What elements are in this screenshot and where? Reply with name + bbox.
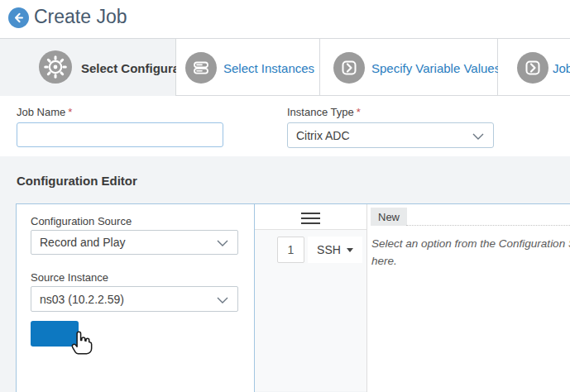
tab-specify-variable-values[interactable]: Specify Variable Values <box>320 39 498 96</box>
command-row-number: 1 <box>277 237 304 263</box>
section-title: Configuration Editor <box>17 174 137 188</box>
play-next-icon <box>517 52 548 84</box>
wizard-tab-bar: Select Configuration Select Instances Sp… <box>0 38 570 95</box>
drag-handle-icon[interactable] <box>301 213 320 227</box>
instances-stack-icon <box>185 52 217 84</box>
required-asterisk: * <box>357 106 361 118</box>
chevron-down-icon <box>217 235 228 250</box>
job-name-label: Job Name* <box>17 106 72 118</box>
commands-panel: 1 SSH <box>255 204 366 391</box>
chevron-down-icon <box>472 128 484 143</box>
required-asterisk: * <box>68 106 72 118</box>
tab-select-instances[interactable]: Select Instances <box>176 39 320 96</box>
configuration-source-label: Configuration Source <box>31 215 132 227</box>
arrow-left-circle-icon <box>8 17 29 31</box>
commands-toolbar <box>255 204 366 230</box>
job-name-input[interactable] <box>17 122 223 147</box>
gear-icon <box>39 50 72 84</box>
back-button[interactable] <box>8 7 29 28</box>
configuration-source-select[interactable]: Record and Play <box>31 230 238 255</box>
protocol-select[interactable]: SSH <box>308 237 362 263</box>
tab-job-preview[interactable]: Job Preview <box>498 39 570 96</box>
selected-value: ns03 (10.2.2.59) <box>40 293 124 306</box>
instance-type-label: Instance Type* <box>287 106 361 118</box>
tab-label: Specify Variable Values <box>371 61 501 75</box>
dotted-divider <box>406 225 570 226</box>
tab-label: Select Instances <box>223 61 314 75</box>
selected-value: Record and Play <box>40 236 126 249</box>
page-title: Create Job <box>34 6 127 28</box>
selected-value: SSH <box>317 243 341 256</box>
selected-value: Citrix ADC <box>296 129 350 142</box>
tab-select-configuration[interactable]: Select Configuration <box>0 39 176 96</box>
chevron-down-icon <box>217 292 228 307</box>
source-instance-select[interactable]: ns03 (10.2.2.59) <box>31 286 238 312</box>
tab-label: New <box>378 211 400 223</box>
instance-type-select[interactable]: Citrix ADC <box>287 122 494 148</box>
preview-panel: New Select an option from the Configurat… <box>366 204 570 392</box>
source-instance-label: Source Instance <box>31 271 108 284</box>
record-action-button[interactable] <box>31 321 79 347</box>
empty-state-message: Select an option from the Configuration … <box>371 235 570 270</box>
caret-down-icon <box>347 248 353 252</box>
tab-new[interactable]: New <box>371 208 407 226</box>
play-next-icon <box>333 52 365 84</box>
tab-label: Job Preview <box>553 61 570 75</box>
